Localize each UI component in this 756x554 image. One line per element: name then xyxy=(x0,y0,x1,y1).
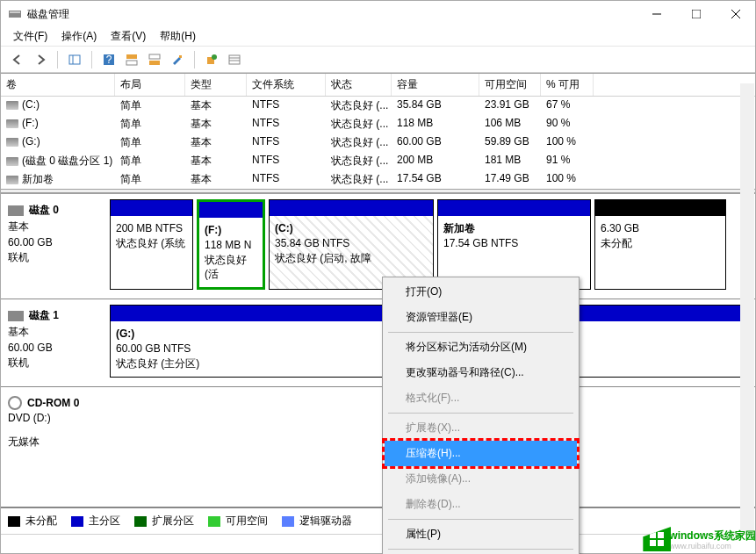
svg-rect-20 xyxy=(650,532,656,538)
settings-icon[interactable] xyxy=(168,50,187,69)
col-free[interactable]: 可用空间 xyxy=(479,74,541,96)
minimize-button[interactable] xyxy=(637,1,676,27)
table-row[interactable]: (F:)简单基本NTFS状态良好 (...118 MB106 MB90 % xyxy=(1,115,755,133)
menubar: 文件(F) 操作(A) 查看(V) 帮助(H) xyxy=(1,27,755,47)
svg-rect-22 xyxy=(650,540,656,546)
disk-1-info[interactable]: 磁盘 1 基本 60.00 GB 联机 xyxy=(1,299,106,385)
stripe-primary xyxy=(199,202,263,218)
disk-management-window: 磁盘管理 文件(F) 操作(A) 查看(V) 帮助(H) ? 卷 布局 类型 文… xyxy=(0,0,756,554)
svg-rect-12 xyxy=(149,54,160,59)
cm-change-letter[interactable]: 更改驱动器号和路径(C)... xyxy=(385,360,577,385)
disk-row-1: 磁盘 1 基本 60.00 GB 联机 (G:)60.00 GB NTFS状态良… xyxy=(1,299,755,386)
cm-separator xyxy=(388,413,573,414)
menu-view[interactable]: 查看(V) xyxy=(105,27,151,46)
table-body: (C:)简单基本NTFS状态良好 (...35.84 GB23.91 GB67 … xyxy=(1,97,755,189)
svg-rect-13 xyxy=(149,61,160,65)
table-row[interactable]: 新加卷简单基本NTFS状态良好 (...17.54 GB17.49 GB100 … xyxy=(1,170,755,189)
show-hide-button[interactable] xyxy=(65,50,84,69)
col-type[interactable]: 类型 xyxy=(185,74,247,96)
menu-help[interactable]: 帮助(H) xyxy=(155,27,201,46)
svg-text:?: ? xyxy=(106,54,112,66)
table-row[interactable]: (G:)简单基本NTFS状态良好 (...60.00 GB59.89 GB100… xyxy=(1,133,755,152)
disk-graphical-view: 磁盘 0 基本 60.00 GB 联机 200 MB NTFS状态良好 (系统 … xyxy=(1,194,755,507)
menu-file[interactable]: 文件(F) xyxy=(8,27,53,46)
cm-delete[interactable]: 删除卷(D)... xyxy=(385,492,577,517)
forward-button[interactable] xyxy=(31,50,50,69)
titlebar: 磁盘管理 xyxy=(1,1,755,27)
svg-rect-11 xyxy=(126,61,137,65)
cm-separator xyxy=(388,332,573,333)
menu-action[interactable]: 操作(A) xyxy=(56,27,102,46)
legend-swatch-primary xyxy=(71,516,83,527)
cm-mark-active[interactable]: 将分区标记为活动分区(M) xyxy=(385,335,577,360)
stripe-unallocated xyxy=(595,200,725,216)
statusbar xyxy=(1,534,755,553)
vertical-scrollbar[interactable] xyxy=(740,83,754,533)
col-capacity[interactable]: 容量 xyxy=(392,74,479,96)
disk-icon xyxy=(8,311,24,321)
context-menu: 打开(O) 资源管理器(E) 将分区标记为活动分区(M) 更改驱动器号和路径(C… xyxy=(382,277,580,554)
cm-properties[interactable]: 属性(P) xyxy=(385,522,577,547)
windows-logo-icon xyxy=(643,527,671,551)
cm-explorer[interactable]: 资源管理器(E) xyxy=(385,305,577,330)
disk-row-cdrom: CD-ROM 0 DVD (D:) 无媒体 xyxy=(1,387,755,458)
legend-swatch-unalloc xyxy=(8,516,20,527)
cm-separator xyxy=(388,549,573,550)
col-layout[interactable]: 布局 xyxy=(115,74,185,96)
watermark: windows系统家园 www.ruibaifu.com xyxy=(643,527,756,551)
col-percent[interactable]: % 可用 xyxy=(541,74,594,96)
svg-rect-1 xyxy=(10,11,20,13)
toolbar: ? xyxy=(1,47,755,73)
svg-rect-17 xyxy=(229,55,240,64)
view-top-button[interactable] xyxy=(122,50,141,69)
cdrom-info[interactable]: CD-ROM 0 DVD (D:) 无媒体 xyxy=(1,387,106,458)
stripe-primary xyxy=(270,200,433,216)
cm-open[interactable]: 打开(O) xyxy=(385,279,577,305)
cm-shrink[interactable]: 压缩卷(H)... xyxy=(385,441,577,466)
partition-f-selected[interactable]: (F:)118 MB N状态良好 (活 xyxy=(197,199,265,290)
svg-rect-10 xyxy=(126,54,137,59)
svg-rect-3 xyxy=(692,10,701,18)
disk-icon xyxy=(8,205,24,216)
legend-swatch-logical xyxy=(282,516,294,527)
svg-point-16 xyxy=(212,54,217,60)
disk-mgmt-icon xyxy=(8,7,22,21)
volume-list: 卷 布局 类型 文件系统 状态 容量 可用空间 % 可用 (C:)简单基本NTF… xyxy=(1,73,755,189)
cm-mirror[interactable]: 添加镜像(A)... xyxy=(385,466,577,492)
col-filesystem[interactable]: 文件系统 xyxy=(247,74,326,96)
svg-rect-6 xyxy=(69,55,80,64)
partition-unallocated[interactable]: 6.30 GB未分配 xyxy=(594,199,726,290)
list-button[interactable] xyxy=(225,50,244,69)
col-status[interactable]: 状态 xyxy=(326,74,392,96)
legend-swatch-free xyxy=(208,516,220,527)
drive-icon xyxy=(6,101,18,110)
partition-system[interactable]: 200 MB NTFS状态良好 (系统 xyxy=(110,199,193,290)
drive-icon xyxy=(6,176,18,184)
close-button[interactable] xyxy=(716,1,755,27)
refresh-button[interactable] xyxy=(202,50,221,69)
stripe-primary xyxy=(438,200,590,216)
disk-row-0: 磁盘 0 基本 60.00 GB 联机 200 MB NTFS状态良好 (系统 … xyxy=(1,194,755,299)
svg-rect-21 xyxy=(658,532,664,538)
view-bottom-button[interactable] xyxy=(145,50,164,69)
drive-icon xyxy=(6,157,18,166)
help-button[interactable]: ? xyxy=(99,50,119,69)
table-header: 卷 布局 类型 文件系统 状态 容量 可用空间 % 可用 xyxy=(1,74,755,97)
svg-rect-14 xyxy=(179,55,182,58)
maximize-button[interactable] xyxy=(676,1,716,27)
col-volume[interactable]: 卷 xyxy=(1,74,115,96)
cdrom-icon xyxy=(8,396,22,410)
disk-0-info[interactable]: 磁盘 0 基本 60.00 GB 联机 xyxy=(1,194,106,299)
table-row[interactable]: (C:)简单基本NTFS状态良好 (...35.84 GB23.91 GB67 … xyxy=(1,97,755,115)
drive-icon xyxy=(6,138,18,147)
cm-extend[interactable]: 扩展卷(X)... xyxy=(385,415,577,441)
svg-rect-23 xyxy=(658,540,664,546)
stripe-primary xyxy=(111,200,192,216)
cm-separator xyxy=(388,519,573,520)
cm-format[interactable]: 格式化(F)... xyxy=(385,385,577,411)
window-title: 磁盘管理 xyxy=(27,7,637,22)
back-button[interactable] xyxy=(8,50,27,69)
drive-icon xyxy=(6,119,18,128)
table-row[interactable]: (磁盘 0 磁盘分区 1)简单基本NTFS状态良好 (...200 MB181 … xyxy=(1,152,755,170)
legend-swatch-extended xyxy=(134,516,147,527)
